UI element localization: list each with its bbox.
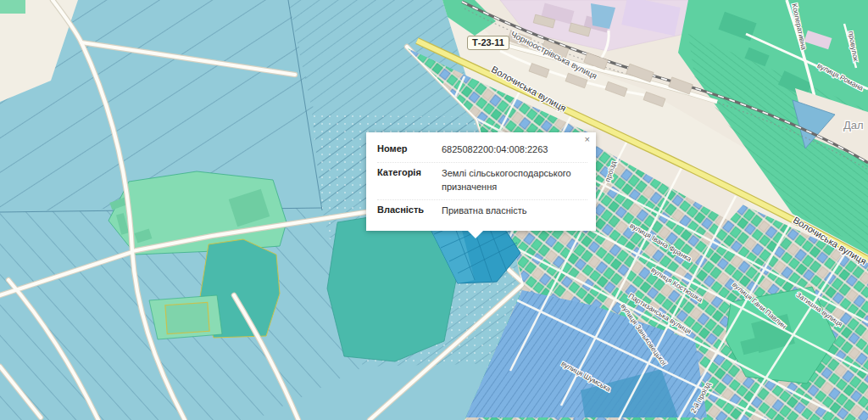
parcel-ownership-value: Приватна власність [442, 204, 587, 218]
parcel-number-value: 6825082200:04:008:2263 [442, 143, 587, 157]
popup-row-label: Власність [377, 204, 442, 218]
popup-row-label: Категорія [377, 167, 442, 194]
popup-row-ownership: Власність Приватна власність [377, 200, 587, 223]
map-application: Чорноострівська вулиця Волочиська вулиця… [0, 0, 868, 420]
green-parcel [0, 0, 25, 14]
parcel-info-popup: × Номер 6825082200:04:008:2263 Категорія… [366, 132, 596, 231]
farmstead-parcel [108, 171, 287, 255]
popup-row-number: Номер 6825082200:04:008:2263 [377, 139, 587, 163]
road-ref-badge: Т-23-11 [467, 36, 509, 50]
parcel-category-value: Землі сільськогосподарського призначення [442, 167, 587, 194]
close-icon[interactable]: × [585, 135, 590, 144]
popup-row-label: Номер [377, 143, 442, 157]
place-label: Дал [843, 119, 864, 132]
popup-row-category: Категорія Землі сільськогосподарського п… [377, 163, 587, 200]
